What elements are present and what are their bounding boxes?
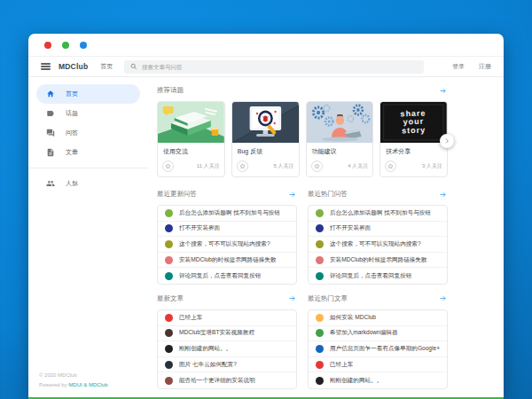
list-item-title: 这个搜索，可不可以实现站内搜索? [179,240,270,248]
list-item[interactable]: 如何安装 MDClub [309,310,447,326]
topic-card-title: 使用交流 [158,143,224,158]
copyright-text: © 2020 MDClub [39,371,139,380]
list-item[interactable]: 评论回复后，点击查看回复按钮 [309,268,447,284]
list-item-title: 后台怎么添加话题啊 找不到加号与按钮 [330,209,431,217]
arrow-right-icon[interactable] [439,294,448,303]
follower-count: 11 人关注 [197,162,220,170]
list-item[interactable]: 这个搜索，可不可以实现站内搜索? [309,237,447,253]
list-item[interactable]: 希望加入markdown编辑器 [309,326,447,342]
avatar [165,329,173,337]
window-titlebar [28,34,504,57]
list-item[interactable]: 已经上车 [158,310,296,326]
list-item-title: 能否给一个更详细的安装说明 [179,377,255,385]
follower-count: 4 人关注 [348,162,368,170]
topic-card-row: 使用交流 11 人关注 [157,101,448,177]
list-item[interactable]: 刚刚创建的网站。。 [158,341,296,357]
topic-card-share[interactable]: share your story 技术分享 3 人关注 [379,101,448,177]
list-item[interactable]: 安装MDClub的时候提示网路链接失败 [309,253,447,269]
follower-count: 3 人关注 [422,162,442,170]
avatar [165,240,173,248]
topic-image-gears [307,102,373,143]
avatar [316,345,324,353]
follow-star-button[interactable] [237,160,248,172]
topic-card-title: 功能建议 [307,143,373,158]
list-item-title: 安装MDClub的时候提示网路链接失败 [179,256,277,264]
window-dot-green[interactable] [62,42,69,49]
arrow-right-icon[interactable] [288,190,297,199]
sidebar-item-label: 问答 [66,129,78,137]
login-link[interactable]: 登录 [452,62,465,71]
avatar [165,361,173,369]
list-item[interactable]: 评论回复后，点击查看回复按钮 [158,268,296,284]
sidebar-item-articles[interactable]: 文章 [36,143,140,162]
sidebar-item-people[interactable]: 人脉 [36,174,140,193]
topic-card-feature[interactable]: 功能建议 4 人关注 [306,101,374,177]
list-item-title: 用户信息页面乍一看有点像早期的Google+ [330,345,440,353]
list-item[interactable]: 后台怎么添加话题啊 找不到加号与按钮 [158,206,296,222]
list-item-title: 评论回复后，点击查看回复按钮 [330,272,411,280]
app-header: MDClub 首页 登录 注册 [28,57,504,77]
topic-image-bug [232,102,299,143]
sidebar-item-home[interactable]: 首页 [36,84,140,104]
article-list: 已经上车 MDClub宝塔BT安装视频教程 刚刚创建的网站。。 图片 七牛云如何… [157,309,297,389]
section-title: 最近热门问答 [308,190,348,199]
question-list: 后台怎么添加话题啊 找不到加号与按钮 打不开安装界面 这个搜索，可不可以实现站内… [157,205,297,285]
hot-articles-section: 最近热门文章 如何安装 MDClub 希望加入markdown编辑器 用户信息页… [308,294,448,389]
window-dot-red[interactable] [44,42,51,49]
avatar [316,272,324,280]
topic-image-chalkboard: share your story [380,102,447,143]
avatar [316,224,324,232]
section-title: 最近热门文章 [308,294,348,303]
list-item[interactable]: MDClub宝塔BT安装视频教程 [158,326,296,342]
list-item-title: 打不开安装界面 [330,224,371,232]
list-item[interactable]: 后台怎么添加话题啊 找不到加号与按钮 [309,206,447,222]
app-logo[interactable]: MDClub [59,62,88,71]
list-item[interactable]: 已经上车 [309,357,447,373]
search-input[interactable] [142,64,418,70]
avatar [165,377,173,385]
list-item[interactable]: 图片 七牛云如何配置? [158,357,296,373]
search-box[interactable] [124,60,424,74]
list-item[interactable]: 这个搜索，可不可以实现站内搜索? [158,237,296,253]
sidebar-item-questions[interactable]: 问答 [36,123,140,143]
avatar [165,224,173,232]
list-item[interactable]: 打不开安装界面 [309,222,447,238]
list-item[interactable]: 打不开安装界面 [158,222,296,238]
topic-card-usage[interactable]: 使用交流 11 人关注 [157,101,225,177]
list-item-title: 安装MDClub的时候提示网路链接失败 [330,256,427,264]
follow-star-button[interactable] [162,160,174,172]
avatar [316,314,324,322]
menu-icon[interactable] [41,63,51,70]
avatar [165,256,173,264]
list-item[interactable]: 能否给一个更详细的安装说明 [158,372,296,388]
follow-star-button[interactable] [311,160,323,172]
nav-home-link[interactable]: 首页 [100,62,113,71]
sidebar-item-label: 首页 [66,90,78,98]
carousel-next-button[interactable] [440,134,454,148]
arrow-right-icon[interactable] [288,294,297,303]
sidebar-item-topics[interactable]: 话题 [36,104,140,123]
question-list: 后台怎么添加话题啊 找不到加号与按钮 打不开安装界面 这个搜索，可不可以实现站内… [308,205,448,285]
list-item-title: 这个搜索，可不可以实现站内搜索? [330,240,421,248]
sidebar-item-label: 话题 [66,109,78,118]
list-item[interactable]: 安装MDClub的时候提示网路链接失败 [158,253,296,269]
section-title: 最近更新问答 [157,190,197,199]
topic-card-bug[interactable]: Bug 反馈 5 人关注 [231,101,300,177]
hot-questions-section: 最近热门问答 后台怎么添加话题啊 找不到加号与按钮 打不开安装界面 这个搜索，可… [308,190,448,285]
list-item-title: 打不开安装界面 [179,224,220,232]
question-answer-icon [46,129,55,137]
list-item[interactable]: 用户信息页面乍一看有点像早期的Google+ [309,341,447,357]
sidebar-divider [28,168,148,168]
follow-star-button[interactable] [385,160,396,172]
list-item[interactable]: 刚刚创建的网站。。 [309,372,447,388]
window-dot-blue[interactable] [80,42,87,49]
arrow-right-icon[interactable] [439,190,448,199]
topic-card-title: Bug 反馈 [232,143,299,158]
list-item-title: 已经上车 [179,314,202,322]
register-link[interactable]: 注册 [479,62,491,71]
latest-articles-section: 最新文章 已经上车 MDClub宝塔BT安装视频教程 刚刚创建的网站。。 图片 … [157,294,297,389]
list-item-title: 已经上车 [330,361,353,369]
arrow-right-icon[interactable] [439,86,448,95]
powered-by-link[interactable]: MDUI & MDClub [68,382,107,387]
article-list: 如何安装 MDClub 希望加入markdown编辑器 用户信息页面乍一看有点像… [308,309,448,389]
